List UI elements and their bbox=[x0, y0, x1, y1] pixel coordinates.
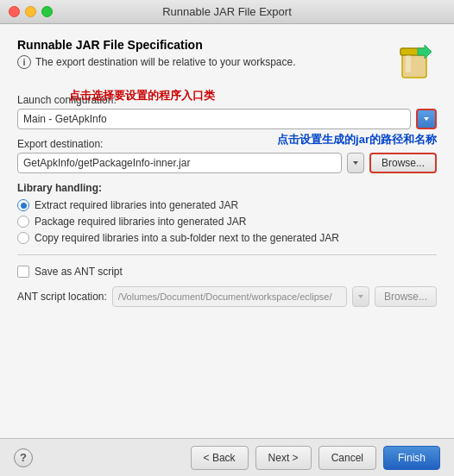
radio-copy[interactable]: Copy required libraries into a sub-folde… bbox=[17, 232, 437, 244]
divider bbox=[17, 254, 437, 255]
next-button[interactable]: Next > bbox=[255, 446, 312, 470]
export-destination-section: Export destination: Browse... 点击设置生成的jar… bbox=[17, 138, 437, 173]
dialog-title: Runnable JAR File Specification bbox=[17, 38, 295, 52]
ant-chevron-btn bbox=[352, 286, 369, 307]
finish-button[interactable]: Finish bbox=[383, 446, 440, 470]
radio-package-label: Package required libraries into generate… bbox=[35, 216, 246, 228]
ant-location-input bbox=[112, 286, 347, 307]
dialog-body: Runnable JAR File Specification i The ex… bbox=[0, 24, 454, 438]
radio-extract[interactable]: Extract required libraries into generate… bbox=[17, 199, 437, 211]
header-info-text: The export destination will be relative … bbox=[35, 56, 295, 68]
svg-rect-2 bbox=[406, 55, 411, 72]
radio-package[interactable]: Package required libraries into generate… bbox=[17, 216, 437, 228]
radio-package-circle bbox=[17, 216, 29, 228]
info-icon: i bbox=[17, 55, 31, 69]
back-button[interactable]: < Back bbox=[191, 446, 249, 470]
header-section: Runnable JAR File Specification i The ex… bbox=[17, 38, 437, 85]
radio-extract-dot bbox=[21, 203, 27, 209]
destination-chevron-btn[interactable] bbox=[347, 153, 364, 173]
save-ant-row[interactable]: Save as ANT script bbox=[17, 266, 437, 278]
radio-extract-circle bbox=[17, 199, 29, 211]
jar-icon bbox=[392, 38, 437, 85]
export-destination-annotation: 点击设置生成的jar的路径和名称 bbox=[277, 132, 437, 147]
maximize-button[interactable] bbox=[41, 6, 53, 17]
minimize-button[interactable] bbox=[25, 6, 36, 17]
export-destination-input[interactable] bbox=[17, 153, 342, 173]
svg-marker-4 bbox=[424, 117, 429, 121]
footer: ? < Back Next > Cancel Finish bbox=[0, 438, 454, 476]
svg-marker-5 bbox=[353, 161, 358, 165]
launch-config-section: Launch configuration: 点击选择要设置的程序入口类 bbox=[17, 94, 437, 129]
ant-browse-button: Browse... bbox=[375, 286, 437, 307]
cancel-button[interactable]: Cancel bbox=[318, 446, 376, 470]
footer-left: ? bbox=[14, 448, 33, 467]
radio-copy-circle bbox=[17, 232, 29, 244]
library-handling-section: Library handling: Extract required libra… bbox=[17, 182, 437, 244]
ant-location-row: ANT script location: Browse... bbox=[17, 286, 437, 307]
footer-right: < Back Next > Cancel Finish bbox=[191, 446, 440, 470]
svg-marker-6 bbox=[358, 295, 363, 298]
save-ant-checkbox[interactable] bbox=[17, 266, 29, 278]
launch-config-annotation: 点击选择要设置的程序入口类 bbox=[69, 88, 215, 103]
help-button[interactable]: ? bbox=[14, 448, 33, 467]
header-left: Runnable JAR File Specification i The ex… bbox=[17, 38, 295, 69]
window-title: Runnable JAR File Export bbox=[162, 5, 292, 18]
radio-copy-label: Copy required libraries into a sub-folde… bbox=[35, 232, 339, 244]
close-button[interactable] bbox=[9, 6, 20, 17]
save-ant-label: Save as ANT script bbox=[35, 266, 123, 278]
header-info: i The export destination will be relativ… bbox=[17, 55, 295, 69]
window-controls bbox=[9, 6, 53, 17]
ant-location-label: ANT script location: bbox=[17, 291, 107, 303]
radio-extract-label: Extract required libraries into generate… bbox=[35, 199, 238, 211]
launch-config-input[interactable] bbox=[17, 109, 411, 129]
library-handling-label: Library handling: bbox=[17, 182, 437, 194]
title-bar: Runnable JAR File Export bbox=[0, 0, 454, 24]
library-handling-options: Extract required libraries into generate… bbox=[17, 199, 437, 244]
launch-config-dropdown-btn[interactable] bbox=[416, 109, 437, 129]
browse-button[interactable]: Browse... bbox=[369, 153, 437, 173]
